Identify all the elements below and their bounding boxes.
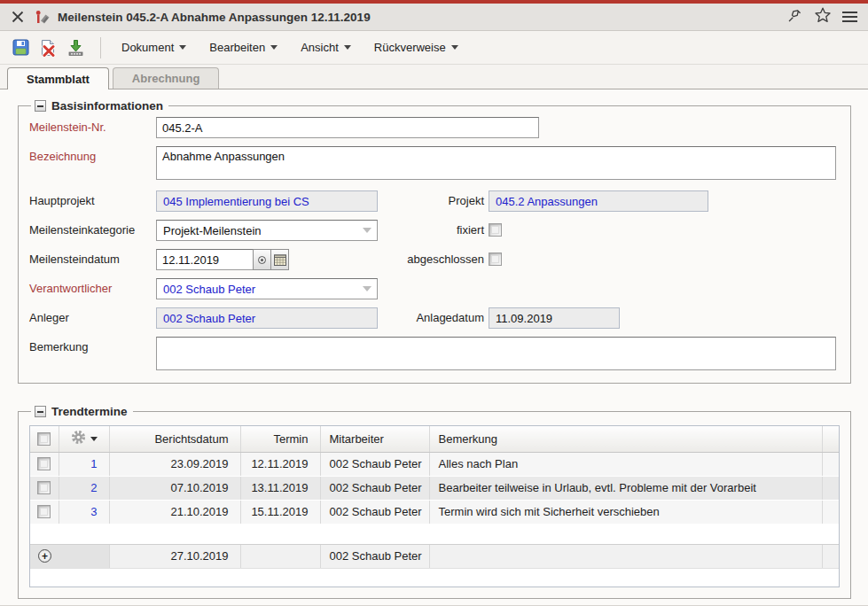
toolbar: Dokument Bearbeiten Ansicht Rückverweise bbox=[0, 31, 868, 65]
col-header-termin[interactable]: Termin bbox=[240, 426, 320, 452]
anlagedatum-field: 11.09.2019 bbox=[489, 307, 620, 329]
verantwortlicher-select[interactable]: 002 Schaub Peter bbox=[156, 278, 378, 299]
content: Basisinformationen Meilenstein-Nr. Bezei… bbox=[0, 89, 868, 599]
col-header-bemerkung[interactable]: Bemerkung bbox=[429, 426, 822, 452]
new-termin[interactable] bbox=[240, 544, 320, 568]
section-trendtermine-legend: Trendtermine bbox=[31, 405, 133, 418]
cell-berichtsdatum: 23.09.2019 bbox=[109, 452, 240, 476]
gear-icon[interactable] bbox=[71, 430, 86, 447]
cell-berichtsdatum: 07.10.2019 bbox=[109, 476, 240, 500]
chevron-down-icon bbox=[451, 45, 458, 53]
menu-bearbeiten[interactable]: Bearbeiten bbox=[209, 41, 278, 54]
titlebar: Meilenstein 045.2-A Abnahme Anpassungen … bbox=[0, 4, 868, 31]
meilenstein-nr-label: Meilenstein-Nr. bbox=[29, 117, 156, 134]
trendtermine-table: Berichtsdatum Termin Mitarbeiter Bemerku… bbox=[29, 425, 840, 587]
hauptprojekt-field[interactable]: 045 Implementierung bei CS bbox=[156, 190, 378, 212]
col-header-mitarbeiter[interactable]: Mitarbeiter bbox=[320, 426, 429, 452]
tab-stammblatt[interactable]: Stammblatt bbox=[7, 67, 109, 89]
row-checkbox[interactable] bbox=[37, 457, 51, 470]
select-all-header bbox=[30, 426, 59, 452]
bezeichnung-textarea[interactable] bbox=[156, 146, 836, 180]
abgeschlossen-label: abgeschlossen bbox=[378, 249, 484, 266]
import-button[interactable] bbox=[64, 36, 87, 59]
menu-rueckverweise[interactable]: Rückverweise bbox=[374, 41, 458, 54]
bezeichnung-label: Bezeichnung bbox=[29, 146, 156, 163]
anleger-label: Anleger bbox=[29, 307, 156, 324]
cell-termin: 15.11.2019 bbox=[240, 500, 320, 524]
meilensteindatum-input[interactable] bbox=[156, 249, 254, 270]
chevron-down-icon bbox=[179, 45, 186, 53]
cell-bemerkung: Termin wird sich mit Sicherheit verschie… bbox=[429, 500, 822, 524]
calendar-icon[interactable] bbox=[270, 249, 289, 270]
new-mitarbeiter[interactable]: 002 Schaub Peter bbox=[320, 544, 429, 568]
section-basisinformationen-legend: Basisinformationen bbox=[31, 99, 168, 113]
select-all-checkbox[interactable] bbox=[37, 432, 51, 446]
meilensteindatum-label: Meilensteindatum bbox=[29, 249, 156, 266]
table-fill bbox=[30, 568, 839, 587]
table-row: 3 21.10.2019 15.11.2019 002 Schaub Peter… bbox=[30, 500, 839, 524]
hauptprojekt-label: Hauptprojekt bbox=[29, 190, 156, 207]
row-checkbox[interactable] bbox=[37, 481, 51, 494]
projekt-field[interactable]: 045.2 Anpassungen bbox=[489, 190, 708, 212]
save-button[interactable] bbox=[9, 36, 32, 59]
menu-icon[interactable] bbox=[842, 9, 857, 25]
toolbar-separator bbox=[100, 37, 101, 58]
discard-button[interactable] bbox=[36, 36, 59, 59]
menu-dokument[interactable]: Dokument bbox=[121, 41, 186, 54]
chevron-down-icon bbox=[270, 45, 278, 53]
col-header-berichtsdatum[interactable]: Berichtsdatum bbox=[109, 426, 240, 452]
menu-ansicht[interactable]: Ansicht bbox=[301, 41, 351, 54]
pin-icon[interactable] bbox=[786, 7, 803, 27]
cell-mitarbeiter: 002 Schaub Peter bbox=[320, 452, 429, 476]
collapse-icon[interactable] bbox=[35, 406, 46, 417]
cell-termin: 12.11.2019 bbox=[240, 452, 320, 476]
cell-termin: 13.11.2019 bbox=[240, 476, 320, 500]
favorite-star-icon[interactable] bbox=[814, 6, 832, 27]
new-berichtsdatum[interactable]: 27.10.2019 bbox=[109, 544, 240, 568]
meilenstein-nr-input[interactable] bbox=[156, 117, 539, 138]
window-title: Meilenstein 045.2-A Abnahme Anpassungen … bbox=[58, 11, 371, 24]
table-row: 1 23.09.2019 12.11.2019 002 Schaub Peter… bbox=[30, 452, 839, 476]
anleger-field[interactable]: 002 Schaub Peter bbox=[156, 307, 378, 329]
bemerkung-textarea[interactable] bbox=[156, 337, 836, 370]
row-number-link[interactable]: 3 bbox=[59, 500, 109, 524]
chevron-down-icon bbox=[344, 45, 351, 53]
table-row: 2 07.10.2019 13.11.2019 002 Schaub Peter… bbox=[30, 476, 839, 500]
collapse-icon[interactable] bbox=[35, 100, 46, 112]
cell-berichtsdatum: 21.10.2019 bbox=[109, 500, 240, 524]
chevron-down-icon bbox=[363, 228, 371, 237]
meilensteinkategorie-select[interactable]: Projekt-Meilenstein bbox=[156, 220, 378, 241]
verantwortlicher-label: Verantwortlicher bbox=[29, 278, 156, 295]
actions-header[interactable] bbox=[59, 426, 109, 452]
row-number-link[interactable]: 2 bbox=[59, 476, 109, 500]
cell-mitarbeiter: 002 Schaub Peter bbox=[320, 500, 429, 524]
anlagedatum-label: Anlagedatum bbox=[378, 307, 484, 324]
bemerkung-label: Bemerkung bbox=[29, 337, 156, 354]
row-checkbox[interactable] bbox=[37, 505, 51, 518]
section-basisinformationen: Basisinformationen Meilenstein-Nr. Bezei… bbox=[18, 99, 851, 384]
add-row-button[interactable]: + bbox=[38, 549, 51, 563]
header-spacer bbox=[822, 426, 839, 452]
table-gap bbox=[30, 524, 839, 544]
projekt-label: Projekt bbox=[378, 190, 484, 207]
today-icon[interactable] bbox=[253, 249, 271, 270]
close-icon[interactable] bbox=[11, 10, 25, 24]
meilensteinkategorie-label: Meilensteinkategorie bbox=[29, 220, 156, 237]
cell-mitarbeiter: 002 Schaub Peter bbox=[320, 476, 429, 500]
chevron-down-icon bbox=[363, 286, 371, 296]
new-bemerkung[interactable] bbox=[429, 544, 822, 568]
cell-bemerkung: Alles nach Plan bbox=[429, 452, 822, 476]
cell-bemerkung: Bearbeiter teilweise in Urlaub, evtl. Pr… bbox=[429, 476, 822, 500]
section-trendtermine: Trendtermine bbox=[18, 405, 851, 599]
tab-abrechnung[interactable]: Abrechnung bbox=[113, 67, 220, 89]
abgeschlossen-checkbox[interactable] bbox=[489, 252, 502, 266]
milestone-dialog: Meilenstein 045.2-A Abnahme Anpassungen … bbox=[0, 0, 868, 606]
table-header-row: Berichtsdatum Termin Mitarbeiter Bemerku… bbox=[30, 426, 839, 452]
fixiert-checkbox[interactable] bbox=[489, 223, 502, 237]
fixiert-label: fixiert bbox=[378, 220, 484, 237]
tabstrip: Stammblatt Abrechnung bbox=[0, 65, 868, 89]
row-number-link[interactable]: 1 bbox=[59, 452, 109, 476]
chevron-down-icon bbox=[90, 437, 98, 445]
add-row: + 27.10.2019 002 Schaub Peter bbox=[30, 544, 839, 568]
milestone-icon bbox=[35, 10, 51, 25]
